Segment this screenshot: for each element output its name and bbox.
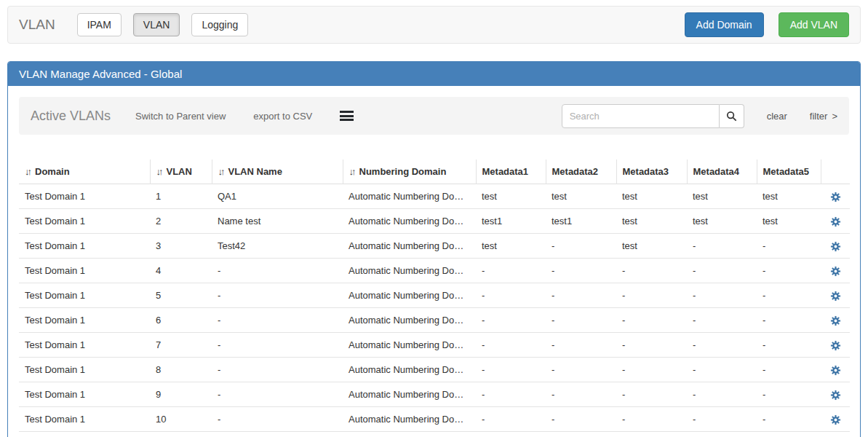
menu-icon[interactable] — [340, 111, 354, 121]
table-cell: Test Domain 1 — [19, 259, 150, 283]
table-cell: - — [616, 407, 687, 432]
table-cell: Automatic Numbering Doma... — [343, 259, 476, 283]
table-cell: Test42 — [212, 234, 343, 259]
table-cell: - — [616, 259, 687, 283]
gear-icon — [830, 414, 841, 425]
search-input[interactable] — [562, 104, 720, 128]
tab-logging[interactable]: Logging — [191, 13, 248, 36]
table-cell: - — [476, 333, 546, 358]
search-button[interactable] — [720, 104, 744, 128]
table-cell: Automatic Numbering Doma... — [343, 382, 476, 407]
table-cell: test — [546, 184, 616, 209]
table-row: Test Domain 15-Automatic Numbering Doma.… — [19, 283, 850, 308]
column-header-vlan-name[interactable]: ↓↑VLAN Name — [212, 160, 343, 184]
table-cell: - — [476, 358, 546, 382]
top-navbar: VLAN IPAMVLANLogging Add DomainAdd VLAN — [7, 6, 861, 44]
row-settings-button[interactable] — [821, 333, 850, 358]
table-cell: - — [687, 382, 757, 407]
table-cell: test — [687, 184, 757, 209]
column-header-vlan[interactable]: ↓↑VLAN — [150, 160, 212, 184]
vlan-panel: VLAN Manage Advanced - Global Active VLA… — [7, 61, 861, 437]
table-cell: test — [757, 209, 821, 234]
gear-icon — [830, 390, 841, 401]
table-cell: Automatic Numbering Doma... — [343, 308, 476, 333]
table-cell: Automatic Numbering Doma... — [343, 234, 476, 259]
table-cell: test — [616, 184, 687, 209]
table-cell: Name test — [212, 209, 343, 234]
gear-icon — [830, 216, 841, 227]
table-row: Test Domain 16-Automatic Numbering Doma.… — [19, 308, 850, 333]
table-cell: Test Domain 1 — [19, 407, 150, 432]
row-settings-button[interactable] — [821, 283, 850, 308]
column-header-metadata4: Metadata4 — [687, 160, 757, 184]
table-cell: Test Domain 1 — [19, 358, 150, 382]
table-cell: 3 — [150, 234, 212, 259]
row-settings-button[interactable] — [821, 308, 850, 333]
table-cell: QA1 — [212, 184, 343, 209]
table-row: Test Domain 13Test42Automatic Numbering … — [19, 234, 850, 259]
table-cell: Automatic Numbering Doma... — [343, 209, 476, 234]
column-header-metadata5: Metadata5 — [757, 160, 821, 184]
table-cell: - — [212, 358, 343, 382]
table-cell: test — [616, 234, 687, 259]
add-domain-button[interactable]: Add Domain — [685, 12, 764, 37]
table-cell: 10 — [150, 407, 212, 432]
table-cell: Automatic Numbering Doma... — [343, 184, 476, 209]
table-cell: 4 — [150, 259, 212, 283]
table-cell: test — [687, 209, 757, 234]
table-row: Test Domain 18-Automatic Numbering Doma.… — [19, 358, 850, 382]
column-header-metadata3: Metadata3 — [616, 160, 687, 184]
table-cell: 9 — [150, 382, 212, 407]
row-settings-button[interactable] — [821, 407, 850, 432]
table-cell: - — [476, 283, 546, 308]
table-cell: test — [476, 184, 546, 209]
table-row: Test Domain 19-Automatic Numbering Doma.… — [19, 382, 850, 407]
table-cell: - — [546, 358, 616, 382]
table-row: Test Domain 11QA1Automatic Numbering Dom… — [19, 184, 850, 209]
table-cell: - — [616, 283, 687, 308]
tab-vlan[interactable]: VLAN — [133, 13, 180, 36]
filter-label: filter — [810, 111, 828, 122]
table-cell: Automatic Numbering Doma... — [343, 407, 476, 432]
table-cell: - — [616, 308, 687, 333]
row-settings-button[interactable] — [821, 209, 850, 234]
table-cell: Test Domain 1 — [19, 209, 150, 234]
table-cell: - — [476, 259, 546, 283]
sort-icon: ↓↑ — [156, 166, 162, 177]
toolbar-heading: Active VLANs — [31, 109, 111, 124]
table-cell: - — [476, 382, 546, 407]
row-settings-button[interactable] — [821, 234, 850, 259]
table-cell: 6 — [150, 308, 212, 333]
table-cell: Test Domain 1 — [19, 308, 150, 333]
column-header-metadata2: Metadata2 — [546, 160, 616, 184]
table-cell: Test Domain 1 — [19, 333, 150, 358]
table-cell: test — [476, 234, 546, 259]
filter-link[interactable]: filter> — [810, 111, 837, 122]
row-settings-button[interactable] — [821, 382, 850, 407]
table-cell: Test Domain 1 — [19, 184, 150, 209]
table-cell: Test Domain 1 — [19, 283, 150, 308]
row-settings-button[interactable] — [821, 184, 850, 209]
row-settings-button[interactable] — [821, 259, 850, 283]
table-cell: - — [687, 333, 757, 358]
switch-to-parent-view-link[interactable]: Switch to Parent view — [135, 111, 226, 122]
export-to-csv-link[interactable]: export to CSV — [253, 111, 312, 122]
column-header-numbering-domain[interactable]: ↓↑Numbering Domain — [343, 160, 476, 184]
row-settings-button[interactable] — [821, 358, 850, 382]
add-vlan-button[interactable]: Add VLAN — [779, 12, 849, 37]
gear-icon — [830, 192, 841, 202]
search-group — [562, 104, 744, 128]
table-cell: - — [757, 283, 821, 308]
table-cell: 5 — [150, 283, 212, 308]
clear-link[interactable]: clear — [767, 111, 787, 122]
column-header-domain[interactable]: ↓↑Domain — [19, 160, 150, 184]
table-cell: - — [212, 259, 343, 283]
table-cell: - — [757, 407, 821, 432]
table-cell: - — [687, 259, 757, 283]
table-cell: - — [616, 333, 687, 358]
table-cell: Automatic Numbering Doma... — [343, 333, 476, 358]
table-cell: test — [616, 209, 687, 234]
navbar-actions: Add DomainAdd VLAN — [685, 12, 849, 37]
tab-ipam[interactable]: IPAM — [77, 13, 122, 36]
toolbar-links: Switch to Parent viewexport to CSV — [135, 111, 340, 122]
